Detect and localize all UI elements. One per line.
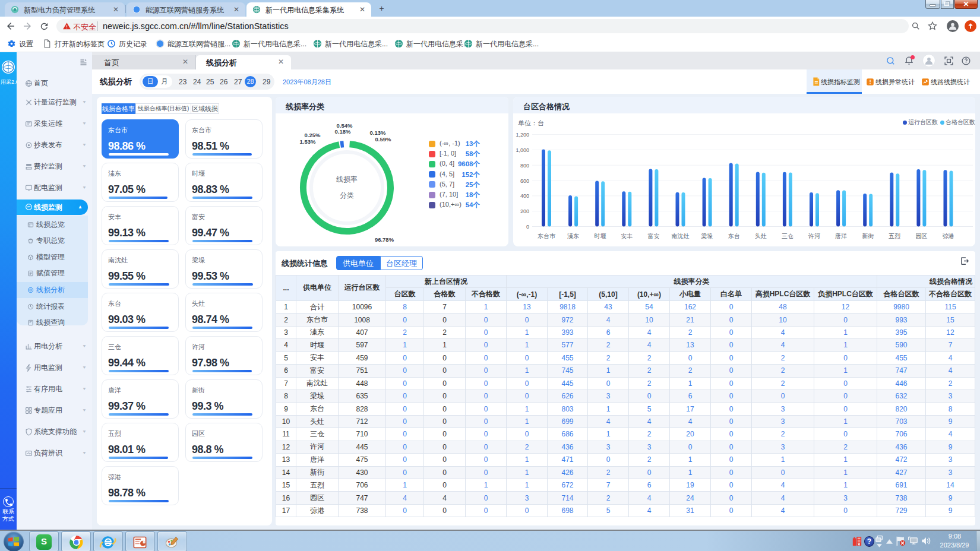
svg-text:富安: 富安 [647,233,659,239]
svg-text:安丰: 安丰 [621,233,633,239]
svg-text:1,000: 1,000 [516,147,529,153]
svg-text:800: 800 [520,163,529,169]
svg-text:园区: 园区 [915,233,927,239]
svg-text:梁垛: 梁垛 [701,233,713,239]
svg-text:1,200: 1,200 [516,132,529,138]
svg-text:南沈灶: 南沈灶 [672,233,690,239]
svg-text:许河: 许河 [808,233,820,239]
svg-text:弶港: 弶港 [943,233,954,239]
svg-text:时堰: 时堰 [594,233,606,239]
svg-text:头灶: 头灶 [755,233,767,239]
svg-text:五烈: 五烈 [889,233,900,239]
svg-text:200: 200 [520,208,529,214]
svg-text:溱东: 溱东 [567,233,579,239]
svg-text:东台市: 东台市 [538,233,556,239]
svg-text:0: 0 [526,224,529,230]
svg-text:新街: 新街 [862,233,874,239]
svg-text:三仓: 三仓 [782,233,794,239]
svg-text:600: 600 [520,178,529,184]
svg-text:东台: 东台 [728,233,740,239]
svg-text:400: 400 [520,193,529,199]
svg-text:唐洋: 唐洋 [835,233,847,239]
